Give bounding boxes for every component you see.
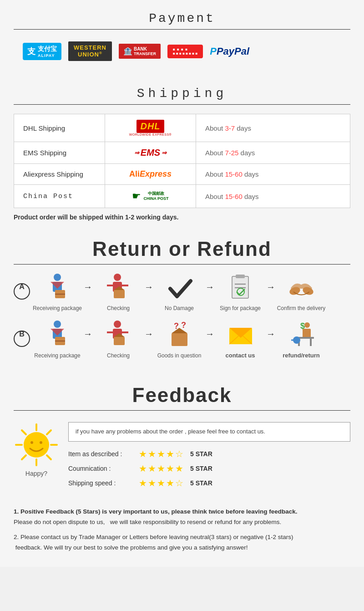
ems-logo-cell: ⇒ EMS ⇒ (105, 142, 196, 164)
star-badge-comm: 5 STAR (190, 465, 212, 472)
svg-point-0 (54, 274, 61, 281)
flow-a-circle: A (14, 283, 30, 300)
flow-a-label-1: Receiveing package (33, 305, 82, 311)
bank-transfer-logo: 🏦 BANK TRANSFER (119, 41, 161, 61)
dhl-logo-cell: DHL WORLDWIDE EXPRESS® (105, 114, 196, 142)
feedback-ratings: Item as described : ★ ★ ★ ★ ☆ 5 STAR Cou… (68, 448, 350, 489)
stars-item: ★ ★ ★ ★ ☆ (139, 448, 183, 459)
payment-section: Payment 支 支付宝 ALIPAY WESTERN UNION® 🏦 (0, 0, 364, 75)
flow-b-row: B Receiving package → (14, 318, 350, 359)
table-row: Aliexpress Shipping AliExpress About 15-… (14, 164, 350, 185)
return-title: Return or Refund (14, 231, 350, 264)
flow-a-label-5: Confirm the delivery (277, 305, 326, 311)
shipping-section: Shipping (0, 75, 364, 114)
svg-point-23 (114, 321, 121, 328)
svg-line-51 (47, 430, 51, 434)
chinapost-time: About 15-60 days (196, 185, 350, 208)
refund-return-icon: $ (287, 320, 316, 349)
flow-a-label-4: Sign for package (220, 305, 261, 311)
alipay-icon: 支 (27, 46, 35, 57)
shipping-method-ems: EMS Shipping (14, 142, 105, 164)
notes-section: 1. Positive Feedback (5 Stars) is very i… (0, 502, 364, 567)
payment-logos: 支 支付宝 ALIPAY WESTERN UNION® 🏦 BANK TRANS… (14, 36, 350, 66)
return-divider (14, 264, 350, 265)
payment-divider (14, 29, 350, 30)
shipping-table-container: DHL Shipping DHL WORLDWIDE EXPRESS® Abou… (0, 114, 364, 208)
rating-label-comm: Coumnication : (68, 465, 134, 472)
happy-label: Happy? (25, 470, 47, 477)
credit-card-logo: ■ ■ ■ ■ ■ ■ ■ ■ ■ ■ ■ ■ (167, 41, 203, 61)
svg-point-54 (30, 441, 33, 444)
flow-arrow: → (83, 329, 92, 348)
svg-text:?: ? (181, 321, 186, 330)
ali-logo-cell: AliExpress (105, 164, 196, 185)
flow-arrow: → (266, 329, 275, 348)
flow-a-row: A Receiveing package (14, 271, 350, 311)
shipping-method-chinapost: China Post (14, 185, 105, 208)
svg-text:?: ? (174, 321, 179, 331)
table-row: DHL Shipping DHL WORLDWIDE EXPRESS® Abou… (14, 114, 350, 142)
flow-arrow: → (205, 329, 214, 348)
flow-b-step-3: ? ? Goods in question (154, 319, 204, 359)
svg-marker-2 (51, 282, 64, 289)
ali-time: About 15-60 days (196, 164, 350, 185)
feedback-message: if you have any problems about the order… (68, 422, 350, 442)
flow-arrow: → (83, 282, 92, 301)
rating-label-ship: Shipping speed : (68, 479, 134, 487)
svg-point-55 (40, 441, 42, 444)
svg-point-18 (54, 321, 61, 328)
confirm-delivery-icon (287, 273, 316, 302)
shipping-table: DHL Shipping DHL WORLDWIDE EXPRESS® Abou… (14, 114, 350, 208)
svg-rect-39 (303, 329, 311, 338)
flow-b-step-5: $ refund/return (276, 318, 326, 359)
svg-line-52 (22, 455, 26, 459)
svg-rect-42 (310, 339, 312, 346)
svg-point-5 (114, 274, 121, 281)
flow-a-step-3: No Damage (154, 271, 204, 311)
rating-label-item: Item as described : (68, 450, 134, 458)
alipay-logo: 支 支付宝 ALIPAY (23, 41, 61, 61)
flow-a-step-1: Receiveing package (32, 271, 82, 311)
flow-a-label-2: Checking (107, 305, 130, 311)
stars-comm: ★ ★ ★ ★ ★ (139, 463, 183, 474)
payment-title: Payment (14, 5, 350, 29)
rating-row-item: Item as described : ★ ★ ★ ★ ☆ 5 STAR (68, 448, 350, 459)
receiving-icon-b (44, 320, 71, 349)
flow-a-label-3: No Damage (165, 305, 194, 311)
flow-arrow: → (205, 282, 214, 301)
shipping-method-ali: Aliexpress Shipping (14, 164, 105, 185)
svg-marker-20 (51, 329, 64, 336)
rating-row-comm: Coumnication : ★ ★ ★ ★ ★ 5 STAR (68, 463, 350, 474)
sun-container: Happy? (14, 422, 59, 477)
flow-a-step-2: Checking (93, 271, 143, 311)
note-item-2: 2. Please contact us by Trade Manager or… (14, 532, 350, 553)
feedback-section: Feedback (0, 372, 364, 502)
table-row: China Post ☛ 中国邮政 CHINA POST About 15-60… (14, 185, 350, 208)
feedback-title: Feedback (14, 377, 350, 410)
star-badge-ship: 5 STAR (190, 479, 212, 487)
checking-icon-b (105, 320, 132, 349)
dhl-time: About 3-7 days (196, 114, 350, 142)
flow-b-circle: B (14, 331, 30, 347)
sign-package-icon (227, 273, 254, 302)
goods-question-icon: ? ? (165, 320, 194, 349)
aliexpress-logo: AliExpress (129, 169, 172, 178)
checking-icon-a (105, 273, 132, 302)
paypal-logo: PPayPal (210, 41, 249, 61)
receiving-icon-a (44, 273, 71, 302)
return-section: Return or Refund A (0, 226, 364, 372)
star-badge-item: 5 STAR (190, 450, 212, 458)
shipping-divider (14, 104, 350, 105)
feedback-right: if you have any problems about the order… (68, 422, 350, 489)
svg-rect-29 (172, 333, 187, 346)
svg-line-50 (47, 455, 51, 459)
no-damage-icon (166, 273, 193, 302)
flow-arrow: → (144, 282, 153, 301)
note-item-1: 1. Positive Feedback (5 Stars) is very i… (14, 507, 350, 528)
rating-row-ship: Shipping speed : ★ ★ ★ ★ ☆ 5 STAR (68, 478, 350, 489)
flow-a-step-4: Sign for package (215, 271, 265, 311)
dhl-logo: DHL (136, 120, 164, 133)
flow-b-step-4: contact us (215, 318, 265, 359)
svg-rect-27 (114, 337, 125, 345)
flow-b-label-1: Receiving package (34, 352, 80, 359)
